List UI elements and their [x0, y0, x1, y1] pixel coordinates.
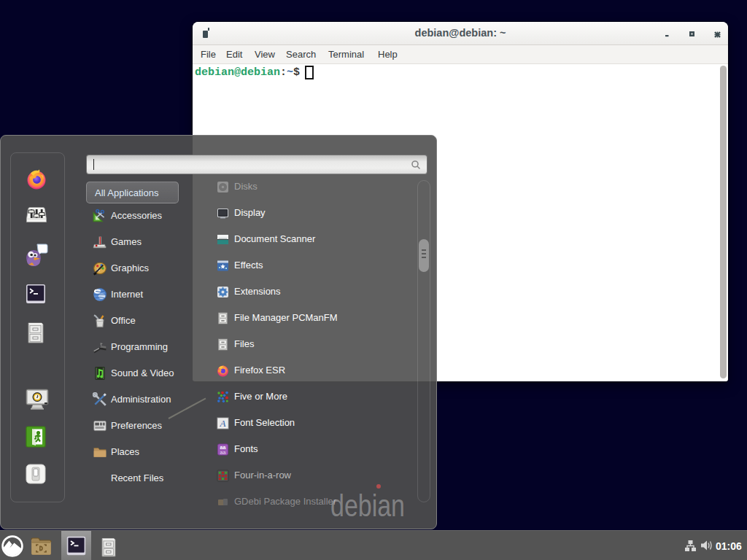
- svg-text:aa: aa: [220, 450, 226, 455]
- svg-text:A: A: [220, 418, 226, 429]
